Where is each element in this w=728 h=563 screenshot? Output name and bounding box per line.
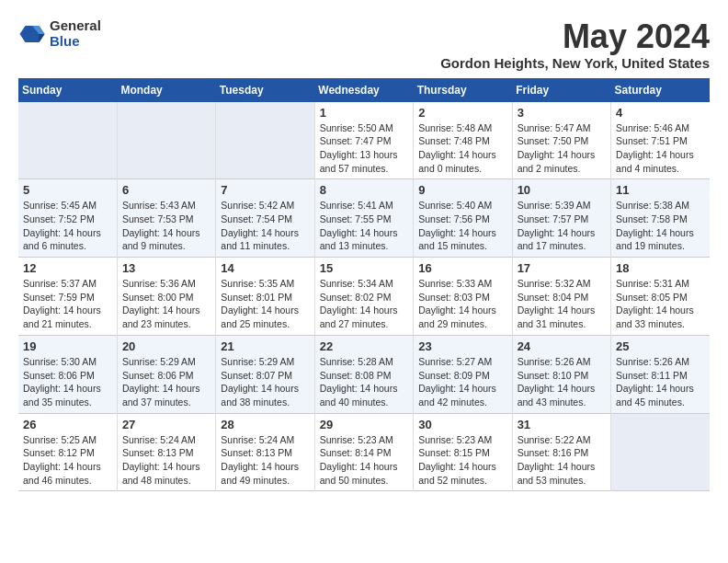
day-info: Sunrise: 5:39 AM Sunset: 7:57 PM Dayligh… xyxy=(518,199,606,253)
day-info: Sunrise: 5:43 AM Sunset: 7:53 PM Dayligh… xyxy=(122,199,210,253)
day-number: 5 xyxy=(23,183,112,197)
day-info: Sunrise: 5:48 AM Sunset: 7:48 PM Dayligh… xyxy=(418,121,506,176)
calendar-cell: 17Sunrise: 5:32 AM Sunset: 8:04 PM Dayli… xyxy=(512,258,610,336)
day-info: Sunrise: 5:32 AM Sunset: 8:04 PM Dayligh… xyxy=(518,277,606,331)
day-number: 27 xyxy=(122,418,210,431)
day-number: 25 xyxy=(616,339,705,353)
day-info: Sunrise: 5:34 AM Sunset: 8:02 PM Dayligh… xyxy=(320,277,408,331)
calendar-cell: 30Sunrise: 5:23 AM Sunset: 8:15 PM Dayli… xyxy=(414,413,512,491)
day-number: 28 xyxy=(221,418,309,431)
calendar-week-row: 12Sunrise: 5:37 AM Sunset: 7:59 PM Dayli… xyxy=(18,258,710,336)
weekday-header: Wednesday xyxy=(314,78,413,102)
calendar-cell xyxy=(117,102,215,179)
calendar-cell: 13Sunrise: 5:36 AM Sunset: 8:00 PM Dayli… xyxy=(117,258,215,336)
calendar-cell: 31Sunrise: 5:22 AM Sunset: 8:16 PM Dayli… xyxy=(512,413,610,491)
day-number: 11 xyxy=(616,183,705,197)
calendar-cell: 3Sunrise: 5:47 AM Sunset: 7:50 PM Daylig… xyxy=(512,102,610,179)
day-info: Sunrise: 5:47 AM Sunset: 7:50 PM Dayligh… xyxy=(518,121,606,176)
day-number: 2 xyxy=(418,106,506,120)
day-info: Sunrise: 5:30 AM Sunset: 8:06 PM Dayligh… xyxy=(23,355,112,409)
day-number: 30 xyxy=(418,418,506,431)
calendar-cell: 28Sunrise: 5:24 AM Sunset: 8:13 PM Dayli… xyxy=(216,413,314,491)
calendar-week-row: 5Sunrise: 5:45 AM Sunset: 7:52 PM Daylig… xyxy=(18,179,710,258)
calendar-cell: 11Sunrise: 5:38 AM Sunset: 7:58 PM Dayli… xyxy=(611,179,710,258)
calendar-cell: 18Sunrise: 5:31 AM Sunset: 8:05 PM Dayli… xyxy=(611,258,710,336)
calendar-cell: 27Sunrise: 5:24 AM Sunset: 8:13 PM Dayli… xyxy=(117,413,215,491)
calendar-cell: 29Sunrise: 5:23 AM Sunset: 8:14 PM Dayli… xyxy=(314,413,413,491)
day-info: Sunrise: 5:26 AM Sunset: 8:11 PM Dayligh… xyxy=(616,355,705,409)
day-info: Sunrise: 5:29 AM Sunset: 8:07 PM Dayligh… xyxy=(221,355,309,409)
day-info: Sunrise: 5:45 AM Sunset: 7:52 PM Dayligh… xyxy=(23,199,112,253)
day-info: Sunrise: 5:29 AM Sunset: 8:06 PM Dayligh… xyxy=(122,355,210,409)
calendar-cell: 10Sunrise: 5:39 AM Sunset: 7:57 PM Dayli… xyxy=(512,179,610,258)
day-number: 26 xyxy=(23,418,112,431)
day-number: 7 xyxy=(221,183,309,197)
day-number: 14 xyxy=(221,261,309,275)
day-info: Sunrise: 5:50 AM Sunset: 7:47 PM Dayligh… xyxy=(320,121,408,176)
calendar-cell: 12Sunrise: 5:37 AM Sunset: 7:59 PM Dayli… xyxy=(18,258,117,336)
day-info: Sunrise: 5:46 AM Sunset: 7:51 PM Dayligh… xyxy=(616,121,705,176)
day-number: 4 xyxy=(616,106,705,120)
day-info: Sunrise: 5:42 AM Sunset: 7:54 PM Dayligh… xyxy=(221,199,309,253)
day-info: Sunrise: 5:27 AM Sunset: 8:09 PM Dayligh… xyxy=(418,355,506,409)
calendar-cell: 9Sunrise: 5:40 AM Sunset: 7:56 PM Daylig… xyxy=(414,179,512,258)
day-info: Sunrise: 5:23 AM Sunset: 8:14 PM Dayligh… xyxy=(320,433,408,488)
day-info: Sunrise: 5:33 AM Sunset: 8:03 PM Dayligh… xyxy=(418,277,506,331)
day-number: 21 xyxy=(221,339,309,353)
calendar-cell: 25Sunrise: 5:26 AM Sunset: 8:11 PM Dayli… xyxy=(611,335,710,413)
calendar-week-row: 26Sunrise: 5:25 AM Sunset: 8:12 PM Dayli… xyxy=(18,413,710,491)
logo-icon xyxy=(18,20,46,48)
calendar-cell xyxy=(18,102,117,179)
calendar-cell: 4Sunrise: 5:46 AM Sunset: 7:51 PM Daylig… xyxy=(611,102,710,179)
day-number: 16 xyxy=(418,261,506,275)
weekday-header: Thursday xyxy=(414,78,512,102)
day-info: Sunrise: 5:40 AM Sunset: 7:56 PM Dayligh… xyxy=(418,199,506,253)
calendar-cell: 22Sunrise: 5:28 AM Sunset: 8:08 PM Dayli… xyxy=(314,335,413,413)
calendar-subtitle: Gordon Heights, New York, United States xyxy=(440,55,710,71)
day-info: Sunrise: 5:23 AM Sunset: 8:15 PM Dayligh… xyxy=(418,433,506,488)
day-info: Sunrise: 5:37 AM Sunset: 7:59 PM Dayligh… xyxy=(23,277,112,331)
day-number: 22 xyxy=(320,339,408,353)
day-number: 31 xyxy=(518,418,606,431)
day-info: Sunrise: 5:35 AM Sunset: 8:01 PM Dayligh… xyxy=(221,277,309,331)
weekday-header: Saturday xyxy=(611,78,710,102)
day-number: 8 xyxy=(320,183,408,197)
calendar-cell xyxy=(216,102,314,179)
day-info: Sunrise: 5:24 AM Sunset: 8:13 PM Dayligh… xyxy=(221,433,309,488)
day-number: 9 xyxy=(418,183,506,197)
day-number: 10 xyxy=(518,183,606,197)
calendar-title: May 2024 xyxy=(440,18,710,55)
day-number: 23 xyxy=(418,339,506,353)
day-info: Sunrise: 5:25 AM Sunset: 8:12 PM Dayligh… xyxy=(23,433,112,488)
calendar-week-row: 19Sunrise: 5:30 AM Sunset: 8:06 PM Dayli… xyxy=(18,335,710,413)
calendar-cell: 21Sunrise: 5:29 AM Sunset: 8:07 PM Dayli… xyxy=(216,335,314,413)
calendar-cell: 23Sunrise: 5:27 AM Sunset: 8:09 PM Dayli… xyxy=(414,335,512,413)
calendar-cell: 1Sunrise: 5:50 AM Sunset: 7:47 PM Daylig… xyxy=(314,102,413,179)
day-number: 17 xyxy=(518,261,606,275)
weekday-header-row: SundayMondayTuesdayWednesdayThursdayFrid… xyxy=(18,78,710,102)
logo-text: General Blue xyxy=(50,18,101,49)
calendar-cell: 2Sunrise: 5:48 AM Sunset: 7:48 PM Daylig… xyxy=(414,102,512,179)
calendar-cell: 6Sunrise: 5:43 AM Sunset: 7:53 PM Daylig… xyxy=(117,179,215,258)
calendar-cell xyxy=(611,413,710,491)
title-area: May 2024 Gordon Heights, New York, Unite… xyxy=(440,18,710,71)
day-number: 19 xyxy=(23,339,112,353)
calendar-cell: 20Sunrise: 5:29 AM Sunset: 8:06 PM Dayli… xyxy=(117,335,215,413)
logo: General Blue xyxy=(18,18,101,49)
weekday-header: Monday xyxy=(117,78,215,102)
weekday-header: Sunday xyxy=(18,78,117,102)
logo-blue: Blue xyxy=(50,34,101,50)
day-number: 3 xyxy=(518,106,606,120)
weekday-header: Tuesday xyxy=(216,78,314,102)
day-info: Sunrise: 5:36 AM Sunset: 8:00 PM Dayligh… xyxy=(122,277,210,331)
day-number: 12 xyxy=(23,261,112,275)
day-number: 29 xyxy=(320,418,408,431)
header: General Blue May 2024 Gordon Heights, Ne… xyxy=(18,18,710,71)
day-info: Sunrise: 5:31 AM Sunset: 8:05 PM Dayligh… xyxy=(616,277,705,331)
calendar-cell: 26Sunrise: 5:25 AM Sunset: 8:12 PM Dayli… xyxy=(18,413,117,491)
calendar-cell: 7Sunrise: 5:42 AM Sunset: 7:54 PM Daylig… xyxy=(216,179,314,258)
calendar-cell: 24Sunrise: 5:26 AM Sunset: 8:10 PM Dayli… xyxy=(512,335,610,413)
calendar-table: SundayMondayTuesdayWednesdayThursdayFrid… xyxy=(18,78,710,492)
day-number: 18 xyxy=(616,261,705,275)
day-info: Sunrise: 5:26 AM Sunset: 8:10 PM Dayligh… xyxy=(518,355,606,409)
